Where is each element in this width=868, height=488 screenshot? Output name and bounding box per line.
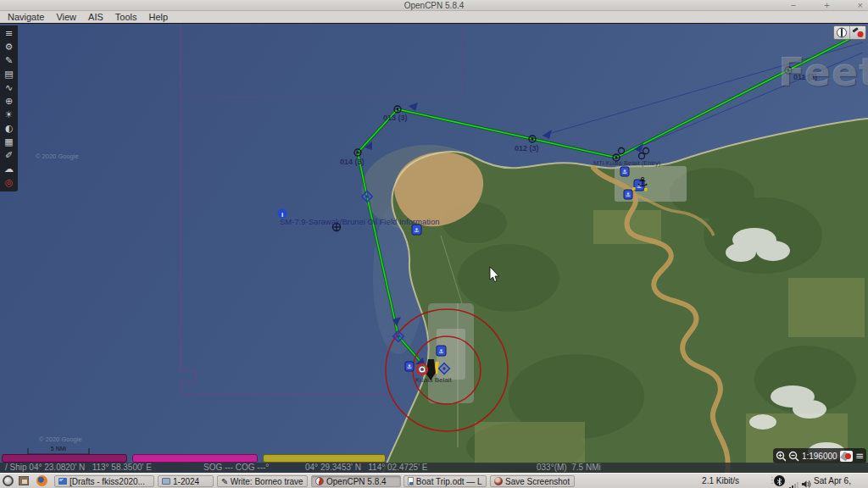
satellite-basemap: ⚓ ⚓ ⚓ ⚓ ⚓ [0,24,868,473]
taskbar-window-save-screenshot[interactable]: Save Screenshot [490,475,575,487]
main-toolbar[interactable]: ≡ ⚙ ✎ ▤ ∿ ⊕ ☀ ◐ ▦ ✐ ☁ ◎ [0,25,18,191]
chartbar-segment-3[interactable] [263,454,386,463]
main-menu-icon[interactable]: ≡ [2,27,16,41]
taskbar-window-opencpn[interactable]: OpenCPN 5.8.4 [311,475,401,487]
yellow-mark [644,188,648,191]
bluetooth-icon[interactable] [774,475,785,486]
network-signal-icon[interactable] [789,478,799,488]
clock[interactable]: Sat Apr 6, 16:43 [814,474,868,488]
zoom-controls[interactable]: 1:196000 ≡ [773,448,866,463]
yellow-mark [632,187,636,191]
world-chart-icon[interactable]: ◐ [2,122,16,136]
chart-grid-icon[interactable]: ▦ [2,136,16,149]
locate-ship-icon[interactable]: ⊕ [2,95,16,108]
svg-text:⚓: ⚓ [407,363,412,370]
menu-help[interactable]: Help [145,12,176,22]
route-manager-icon[interactable]: ▤ [2,68,16,81]
compass-gps-widget[interactable] [833,25,866,40]
file-manager-icon[interactable] [19,476,29,485]
color-scheme-icon[interactable]: ☀ [2,108,16,122]
menubar: Navigate View AIS Tools Help [0,11,868,24]
menu-navigate[interactable]: Navigate [3,12,52,22]
taskbar: ⋮ [Drafts - fkiss2020... 1-2024 ✎ Write:… [0,473,868,488]
gps-status-icon [850,26,865,39]
svg-text:⚓: ⚓ [622,169,627,175]
sog-cog: SOG --- COG ---° [203,463,269,473]
chartbar-segment-2[interactable] [132,454,258,463]
statusbar: / Ship 04° 23.0820' N 113° 58.3500' E SO… [0,463,868,473]
opencpn-logo-icon [315,477,324,485]
create-route-icon[interactable]: ✎ [2,54,16,68]
menu-tools[interactable]: Tools [111,12,145,22]
mail-icon [58,478,67,485]
taskbar-window-write[interactable]: ✎ Write: Borneo trave... [217,475,308,487]
desktop: OpenCPN 5.8.4 − + × Navigate View AIS To… [0,0,868,488]
titlebar[interactable]: OpenCPN 5.8.4 − + × [0,0,868,11]
maximize-button[interactable]: + [824,0,829,11]
svg-text:⚓: ⚓ [626,191,631,198]
follow-ship-icon[interactable] [840,451,853,462]
zoom-out-icon[interactable] [788,451,798,462]
weather-icon[interactable]: ☁ [2,163,16,176]
zoom-in-icon[interactable] [776,451,786,462]
camera-icon [494,477,503,485]
svg-text:i: i [281,211,283,219]
chart-area[interactable]: ⚓ ⚓ ⚓ ⚓ ⚓ [0,24,868,473]
settings-icon[interactable]: ⚙ [2,41,16,54]
cursor-position: 04° 29.3453' N 114° 02.4725' E [305,463,428,473]
cursor-bearing: 033°(M) 7.5 NMi [537,463,601,473]
chartbar-segment-1[interactable] [2,454,127,463]
minimize-button[interactable]: − [791,0,796,11]
svg-text:⚓: ⚓ [438,348,443,355]
measure-icon[interactable]: ✐ [2,149,16,163]
applications-menu-icon[interactable] [3,475,14,486]
taskbar-window-1-2024[interactable]: 1-2024 [158,475,214,487]
taskbar-window-boat-trip[interactable]: Boat Trip.odt — Libr... [403,475,487,487]
mob-icon[interactable]: ◎ [2,176,16,190]
taskbar-window-drafts[interactable]: [Drafts - fkiss2020... [54,475,154,487]
folder-icon [162,478,170,485]
window-title: OpenCPN 5.8.4 [404,1,465,10]
firefox-icon[interactable] [36,475,47,486]
ship-position: / Ship 04° 23.0820' N 113° 58.3500' E [5,463,152,473]
svg-text:⚓: ⚓ [414,227,419,234]
chart-menu-icon[interactable]: ≡ [855,451,864,462]
network-speed: 2.1 Kibit/s [688,474,739,488]
anchor-symbol: ⚓ [637,175,648,190]
volume-icon[interactable] [801,477,812,488]
writer-doc-icon [408,477,414,485]
compass-rose-icon [834,26,850,39]
menu-view[interactable]: View [52,12,84,22]
info-point[interactable]: i [278,209,287,219]
menu-ais[interactable]: AIS [84,12,111,22]
close-button[interactable]: × [858,0,863,11]
chart-scale-value: 1:196000 [802,452,837,461]
track-icon[interactable]: ∿ [2,81,16,95]
pencil-icon: ✎ [221,477,228,486]
